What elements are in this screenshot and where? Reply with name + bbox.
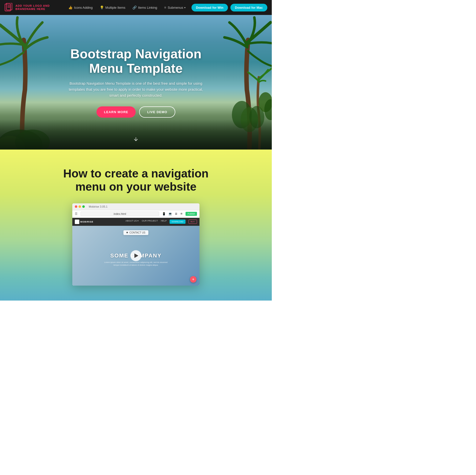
inner-logo-icon [75, 220, 79, 224]
learn-more-button[interactable]: LEARN MORE [96, 106, 136, 118]
brand: ADD YOUR LOGO AND BRANDNAME HERE [4, 3, 50, 12]
window-controls [75, 205, 85, 208]
hero-subtitle: Bootstrap Navigation Menu Template is on… [66, 80, 206, 98]
nav-item-items-linking-label: Items Linking [138, 6, 157, 9]
inner-brand: MOBIRISE [75, 220, 94, 224]
hero-buttons: LEARN MORE LIVE DEMO [66, 106, 206, 118]
inner-nav-project[interactable]: OUR PROJECT [142, 220, 158, 224]
nav-submenu-container: Submenus ▾ [168, 6, 186, 9]
window-title: Mobirise 3.05.1 [89, 205, 107, 208]
preview-icon[interactable]: 👁 [180, 212, 183, 216]
download-win-button[interactable]: Download for Win [191, 4, 228, 11]
desktop-icon[interactable]: 🖥 [175, 212, 178, 216]
file-path: index.html [81, 212, 159, 216]
nav-item-submenus[interactable]: ≡ Submenus ▾ [164, 5, 185, 9]
nav-buttons: Download for Win Download for Mac [191, 4, 267, 11]
hero-content: Bootstrap Navigation Menu Template Boots… [61, 47, 211, 117]
download-mac-button[interactable]: Download for Mac [230, 4, 267, 11]
inner-buy-btn[interactable]: BUY [189, 220, 197, 224]
live-demo-button[interactable]: LIVE DEMO [139, 106, 175, 118]
fab-button[interactable]: + [190, 276, 196, 283]
nav-item-items-linking[interactable]: 🔗 Items Linking [132, 5, 157, 9]
maximize-button[interactable] [82, 205, 85, 208]
close-button[interactable] [75, 205, 77, 208]
inner-download-btn[interactable]: DOWNLOAD [170, 220, 185, 224]
brand-text: ADD YOUR LOGO AND BRANDNAME HERE [15, 4, 50, 11]
inner-nav-about[interactable]: ABOUT US ▾ [125, 220, 139, 224]
lines-icon: ≡ [164, 5, 166, 9]
play-button[interactable] [130, 250, 141, 261]
nav-links: 👍 Icons Adding 💡 Multiple Items 🔗 Items … [68, 5, 186, 9]
video-content-area: CONTACT US SOME COMPANY Lorem ipsum dolo… [72, 226, 199, 286]
nav-item-multiple-items[interactable]: 💡 Multiple Items [100, 5, 125, 9]
video-toolbar: ☰ index.html 📱 💻 🖥 👁 Publish [72, 210, 199, 218]
tablet-icon[interactable]: 💻 [168, 212, 172, 216]
nav-item-submenus-label: Submenus [168, 6, 183, 9]
minimize-button[interactable] [79, 205, 81, 208]
inner-navbar: MOBIRISE ABOUT US ▾ OUR PROJECT HELP DOW… [72, 218, 199, 226]
inner-logo-text: MOBIRISE [80, 221, 94, 223]
nav-item-icons-adding-label: Icons Adding [74, 6, 93, 9]
navbar: ADD YOUR LOGO AND BRANDNAME HERE 👍 Icons… [0, 0, 272, 15]
menu-icon[interactable]: ☰ [75, 212, 78, 216]
how-to-title: How to create a navigation menu on your … [61, 167, 211, 193]
inner-nav-help[interactable]: HELP [161, 220, 167, 224]
inner-subtitle: Lorem ipsum dolor sit amet, consectetur … [103, 261, 168, 266]
floating-toolbar: CONTACT US [123, 230, 148, 235]
video-preview: Mobirise 3.05.1 ☰ index.html 📱 💻 🖥 👁 Pub… [72, 203, 199, 286]
how-to-section: How to create a navigation menu on your … [0, 150, 272, 301]
toolbar-label: CONTACT US [129, 231, 145, 234]
nav-item-multiple-items-label: Multiple Items [105, 6, 125, 9]
link-icon: 🔗 [132, 5, 137, 9]
toolbar-dot-icon [126, 232, 128, 233]
nav-item-icons-adding[interactable]: 👍 Icons Adding [68, 5, 93, 9]
thumb-up-icon: 👍 [68, 5, 73, 9]
play-icon [134, 253, 138, 258]
inner-nav-links: ABOUT US ▾ OUR PROJECT HELP DOWNLOAD BUY [125, 220, 197, 224]
bulb-icon: 💡 [100, 5, 104, 9]
phone-icon[interactable]: 📱 [162, 212, 166, 216]
scroll-down-button[interactable] [133, 136, 139, 144]
chevron-down-icon: ▾ [184, 6, 186, 9]
hero-section: Bootstrap Navigation Menu Template Boots… [0, 15, 272, 150]
brand-icon [4, 3, 13, 12]
publish-button[interactable]: Publish [186, 212, 197, 216]
video-titlebar: Mobirise 3.05.1 [72, 203, 199, 210]
hero-title: Bootstrap Navigation Menu Template [66, 47, 206, 75]
fab-plus-icon: + [192, 277, 194, 282]
